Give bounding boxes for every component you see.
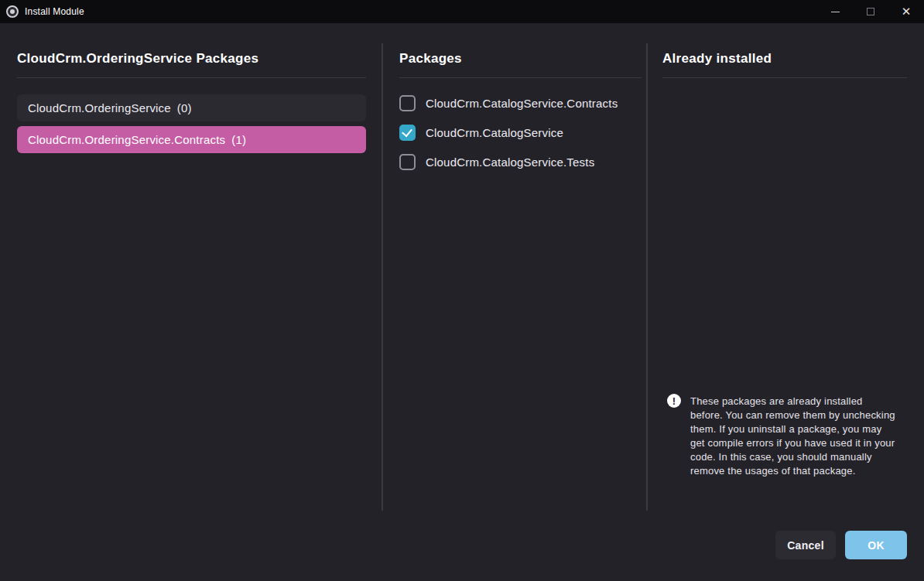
column-divider-right [646,43,648,511]
ok-button[interactable]: OK [845,531,907,559]
maximize-icon [867,8,874,15]
info-exclamation-icon: ! [667,394,681,408]
installed-panel-divider [662,77,907,78]
module-item-orderingservice[interactable]: CloudCrm.OrderingService (0) [17,94,366,121]
maximize-button[interactable] [853,0,888,23]
packages-panel-divider [399,77,642,78]
packages-panel-title: Packages [399,51,462,67]
left-panel-divider [17,77,366,78]
checkbox-unchecked-icon[interactable] [399,154,416,170]
window-title: Install Module [25,6,84,17]
package-label: CloudCrm.CatalogService [426,126,563,139]
left-panel-title: CloudCrm.OrderingService Packages [17,51,258,67]
app-logo-icon [6,5,19,18]
package-label: CloudCrm.CatalogService.Contracts [426,97,618,110]
checkbox-checked-icon[interactable] [399,125,416,141]
package-row-catalogservice-contracts[interactable]: CloudCrm.CatalogService.Contracts [399,94,618,112]
column-divider-left [382,43,383,511]
close-button[interactable]: ✕ [888,0,924,23]
installed-note-text: These packages are already installed bef… [690,395,896,478]
module-item-label: CloudCrm.OrderingService [28,101,171,114]
module-item-orderingservice-contracts[interactable]: CloudCrm.OrderingService.Contracts (1) [17,126,366,153]
installed-panel-title: Already installed [662,51,772,67]
checkbox-unchecked-icon[interactable] [399,95,416,111]
package-label: CloudCrm.CatalogService.Tests [426,156,594,169]
minimize-button[interactable] [817,0,853,23]
module-item-count: (0) [177,101,192,114]
module-item-count: (1) [231,133,246,146]
module-item-label: CloudCrm.OrderingService.Contracts [28,133,225,146]
package-row-catalogservice-tests[interactable]: CloudCrm.CatalogService.Tests [399,152,594,171]
package-row-catalogservice[interactable]: CloudCrm.CatalogService [399,123,563,142]
install-module-dialog: Install Module ✕ CloudCrm.OrderingServic… [0,0,924,581]
titlebar: Install Module ✕ [0,0,924,23]
minimize-icon [831,12,840,12]
cancel-button[interactable]: Cancel [775,531,836,559]
